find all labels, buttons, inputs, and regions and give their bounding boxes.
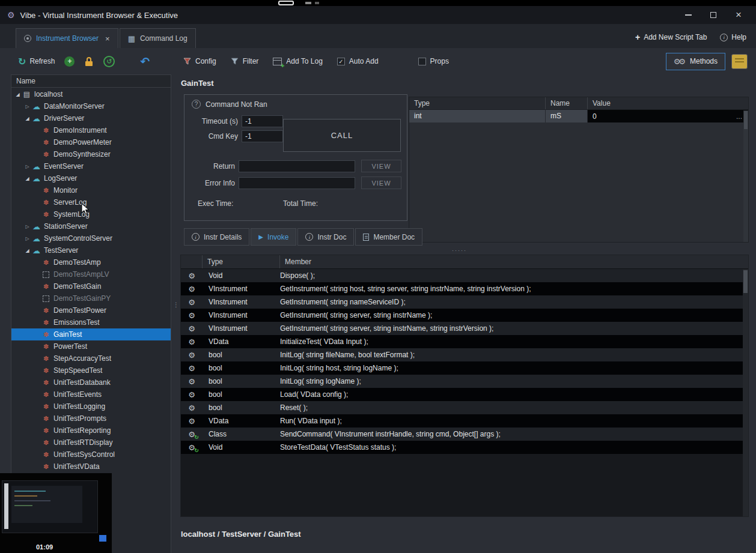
member-row[interactable]: ⚙VInstrumentGetInstrument( string server… xyxy=(181,322,743,335)
auto-add-checkbox-box[interactable] xyxy=(337,58,345,65)
tree-item-demotestamp[interactable]: ✽DemoTestAmp xyxy=(11,256,171,268)
help-button[interactable]: Help xyxy=(720,33,746,41)
member-row[interactable]: ⚙boolReset( ); xyxy=(181,401,743,414)
member-row[interactable]: ⚙boolInitLog( string fileName, bool text… xyxy=(181,348,743,361)
member-row[interactable]: ⚙VDataRun( VData input ); xyxy=(181,414,743,428)
tree-item-powertest[interactable]: ✽PowerTest xyxy=(11,340,171,352)
tree-item-unittestdatabank[interactable]: ✽UnitTestDatabank xyxy=(11,376,171,388)
lock-icon-button[interactable] xyxy=(85,57,93,66)
tab-close-icon[interactable]: × xyxy=(105,34,110,43)
tree-item-demoinstrument[interactable]: ✽DemoInstrument xyxy=(11,124,171,136)
member-row[interactable]: ⚙boolLoad( VData config ); xyxy=(181,388,743,401)
param-ellipsis-button[interactable]: ... xyxy=(736,112,743,121)
tree-item-eventserver[interactable]: ▷☁EventServer xyxy=(11,160,171,172)
props-checkbox-box[interactable] xyxy=(418,58,426,65)
tree-item-gaintest[interactable]: ✽GainTest xyxy=(11,328,171,340)
auto-add-checkbox[interactable]: Auto Add xyxy=(337,57,379,65)
tree-item-unittestevents[interactable]: ✽UnitTestEvents xyxy=(11,388,171,400)
member-row[interactable]: ⚙VInstrumentGetInstrument( string nameSe… xyxy=(181,295,743,309)
tab-command-log[interactable]: Command Log xyxy=(120,28,196,48)
tab-member-doc[interactable]: Member Doc xyxy=(355,228,422,246)
params-scrollbar-thumb[interactable] xyxy=(744,111,748,129)
tree-item-demosynthesizer[interactable]: ✽DemoSynthesizer xyxy=(11,148,171,160)
member-row[interactable]: ⚙VoidDispose( ); xyxy=(181,269,743,282)
add-to-log-button[interactable]: Add To Log xyxy=(273,57,323,65)
tree-item-demotestamplv[interactable]: DemoTestAmpLV xyxy=(11,268,171,280)
tree-item-unittestsyscontrol[interactable]: ✽UnitTestSysControl xyxy=(11,449,171,461)
tree-expander-icon[interactable]: ◢ xyxy=(23,116,31,121)
minimize-button[interactable] xyxy=(684,11,692,19)
view-error-button[interactable]: VIEW xyxy=(361,177,401,189)
member-row[interactable]: ⚙↻ClassSendCommand( VInstrument instrHan… xyxy=(181,428,743,441)
member-row[interactable]: ⚙boolInitLog( string host, string logNam… xyxy=(181,361,743,375)
props-checkbox[interactable]: Props xyxy=(418,57,449,65)
tree-expander-icon[interactable]: ▷ xyxy=(23,236,31,241)
column-header-type[interactable]: Type xyxy=(409,97,546,109)
tree-item-datamonitorserver[interactable]: ▷☁DataMonitorServer xyxy=(11,100,171,112)
close-button[interactable] xyxy=(734,11,743,19)
member-row[interactable]: ⚙VInstrumentGetInstrument( string server… xyxy=(181,309,743,322)
tree-item-demotestgain[interactable]: ✽DemoTestGain xyxy=(11,280,171,292)
tree-header-name-column[interactable]: Name xyxy=(11,75,171,88)
members-scrollbar[interactable] xyxy=(743,269,748,516)
cmd-key-input[interactable] xyxy=(242,130,283,142)
config-button[interactable]: Config xyxy=(183,57,216,65)
tree-item-emissionstest[interactable]: ✽EmissionsTest xyxy=(11,316,171,328)
tree-item-driverserver[interactable]: ◢☁DriverServer xyxy=(11,112,171,124)
return-input[interactable] xyxy=(239,160,355,172)
connect-plus-icon-button[interactable] xyxy=(64,56,75,67)
add-new-script-tab-button[interactable]: Add New Script Tab xyxy=(635,32,707,42)
pip-control-icon[interactable] xyxy=(99,535,106,542)
tree-item-demopowermeter[interactable]: ✽DemoPowerMeter xyxy=(11,136,171,148)
maximize-button[interactable] xyxy=(709,11,718,19)
view-return-button[interactable]: VIEW xyxy=(361,160,401,172)
pip-video-overlay[interactable]: 01:09 xyxy=(0,473,112,553)
members-scrollbar-thumb[interactable] xyxy=(743,270,748,293)
filter-button[interactable]: Filter xyxy=(231,57,259,65)
tree-item-testserver[interactable]: ◢☁TestServer xyxy=(11,244,171,256)
tree-expander-icon[interactable]: ◢ xyxy=(23,176,31,181)
tree-item-unittestlogging[interactable]: ✽UnitTestLogging xyxy=(11,400,171,412)
notebook-icon-button[interactable] xyxy=(731,54,748,69)
tree-item-stepaccuracytest[interactable]: ✽StepAccuracyTest xyxy=(11,352,171,364)
pip-video-thumbnail[interactable] xyxy=(2,480,98,533)
error-info-input[interactable] xyxy=(239,177,355,189)
member-row[interactable]: ⚙VDataInitializeTest( VData Input ); xyxy=(181,335,743,348)
tab-instrument-browser[interactable]: Instrument Browser × xyxy=(16,28,118,48)
member-row[interactable]: ⚙boolInitLog( string logName ); xyxy=(181,375,743,388)
tree-expander-icon[interactable]: ◢ xyxy=(14,92,22,97)
tree-item-unittestrtdisplay[interactable]: ✽UnitTestRTDisplay xyxy=(11,437,171,449)
sync-icon-button[interactable] xyxy=(103,56,115,67)
methods-button[interactable]: Methods xyxy=(666,53,725,70)
tab-instr-details[interactable]: Instr Details xyxy=(184,228,249,246)
tree-item-unittestvdata[interactable]: ✽UnitTestVData xyxy=(11,461,171,473)
tree-item-stepspeedtest[interactable]: ✽StepSpeedTest xyxy=(11,364,171,376)
timeout-input[interactable] xyxy=(242,115,283,127)
tree-expander-icon[interactable]: ▷ xyxy=(23,224,31,229)
param-row[interactable]: intmS0... xyxy=(409,110,748,122)
member-row[interactable]: ⚙↻VoidStoreTestData( VTestStatus status … xyxy=(181,441,743,454)
undo-icon-button[interactable] xyxy=(140,55,150,68)
param-value-cell[interactable]: 0... xyxy=(588,110,748,122)
vertical-splitter-handle[interactable] xyxy=(173,301,179,308)
column-header-member[interactable]: Member xyxy=(280,255,748,268)
params-scrollbar[interactable] xyxy=(743,110,748,242)
tree-item-logserver[interactable]: ◢☁LogServer xyxy=(11,172,171,184)
tree-expander-icon[interactable]: ▷ xyxy=(23,104,31,109)
tree-item-stationserver[interactable]: ▷☁StationServer xyxy=(11,220,171,232)
column-header-value[interactable]: Value xyxy=(588,97,748,109)
tree-item-demotestpower[interactable]: ✽DemoTestPower xyxy=(11,304,171,316)
refresh-button[interactable]: Refresh xyxy=(18,56,55,67)
tree-expander-icon[interactable]: ◢ xyxy=(23,248,31,253)
tree-item-systemcontrolserver[interactable]: ▷☁SystemControlServer xyxy=(11,232,171,244)
tree-item-localhost[interactable]: ◢▤localhost xyxy=(11,88,171,100)
column-header-name[interactable]: Name xyxy=(546,97,588,109)
tree-item-unittestreporting[interactable]: ✽UnitTestReporting xyxy=(11,425,171,437)
tree-expander-icon[interactable]: ▷ xyxy=(23,164,31,169)
tab-instr-doc[interactable]: Instr Doc xyxy=(297,228,354,246)
member-row[interactable]: ⚙VInstrumentGetInstrument( string host, … xyxy=(181,282,743,295)
tab-invoke[interactable]: Invoke xyxy=(251,228,296,246)
call-button[interactable]: CALL xyxy=(283,119,401,152)
column-header-type[interactable]: Type xyxy=(203,255,280,268)
horizontal-splitter-handle[interactable] xyxy=(452,247,467,253)
